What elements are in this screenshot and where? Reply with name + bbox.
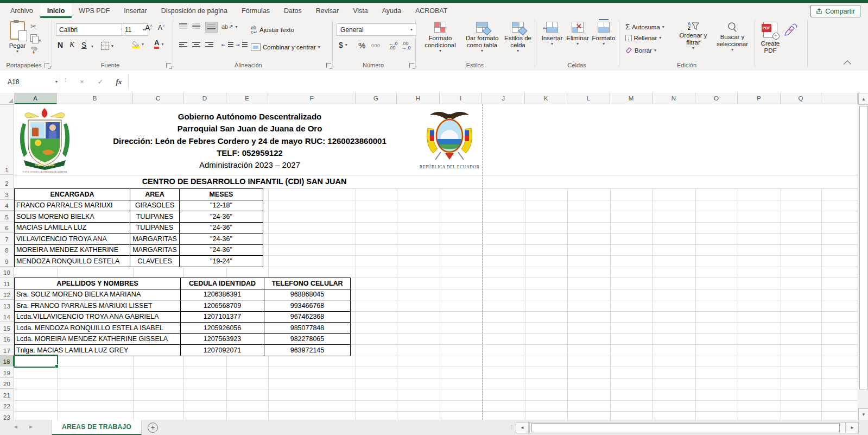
align-middle-button[interactable]	[192, 23, 200, 30]
formula-input[interactable]	[130, 75, 863, 89]
scroll-down-button[interactable]: ▼	[858, 408, 868, 420]
italic-button[interactable]: K	[69, 41, 74, 49]
table-cell[interactable]: TULIPANES	[130, 211, 180, 223]
table-cell[interactable]: MENDOZA RONQUILLO ESTELA	[15, 256, 130, 267]
row-header-20[interactable]: 20	[0, 378, 14, 389]
contact-table[interactable]: APELLIDOS Y NOMBRESCEDULA IDENTIDADTELEF…	[14, 278, 351, 356]
row-header-11[interactable]: 11	[0, 278, 14, 289]
number-dialog-launcher[interactable]	[409, 63, 414, 68]
vertical-scroll-thumb[interactable]	[859, 106, 868, 389]
table-header-cell[interactable]: APELLIDOS Y NOMBRES	[15, 278, 181, 289]
row-header-10[interactable]: 10	[0, 267, 14, 278]
percent-style-button[interactable]: %	[358, 41, 365, 50]
underline-chevron[interactable]: ▾	[91, 45, 93, 49]
copy-button[interactable]: ▾	[30, 34, 41, 43]
select-all-corner[interactable]	[0, 93, 15, 105]
cut-button[interactable]: ✂	[30, 22, 36, 30]
table-cell[interactable]: Lcda. MOREIRA MENDEZ KATHERINE GISSELA	[15, 333, 181, 345]
vertical-scrollbar[interactable]: ▲ ▼	[858, 93, 868, 420]
row-header-6[interactable]: 6	[0, 222, 14, 234]
row-header-18[interactable]: 18	[0, 356, 14, 367]
column-header-K[interactable]: K	[525, 93, 567, 104]
table-cell[interactable]: MOREIRA MENDEZ KATHERINE	[15, 244, 130, 256]
alignment-dialog-launcher[interactable]	[326, 63, 331, 68]
column-header-I[interactable]: I	[440, 93, 482, 104]
new-sheet-button[interactable]: +	[148, 423, 158, 433]
align-center-button[interactable]	[192, 42, 200, 48]
ribbon-tab-disposición-de-página[interactable]: Disposición de página	[154, 3, 235, 18]
table-cell[interactable]: 967462368	[264, 311, 351, 323]
table-header-cell[interactable]: TELEFONO CELULAR	[264, 278, 351, 289]
next-sheet-button[interactable]: ►	[28, 424, 34, 430]
table-cell[interactable]: "24-36"	[180, 222, 263, 234]
insert-function-button[interactable]: fx	[112, 75, 126, 89]
autosum-button[interactable]: Σ Autosuma ▾	[625, 23, 664, 31]
wrap-text-button[interactable]: abc↵ Ajustar texto	[251, 26, 294, 34]
comma-style-button[interactable]: 000	[371, 43, 381, 48]
table-header-cell[interactable]: CEDULA IDENTIDAD	[181, 278, 264, 289]
share-button[interactable]: Compartir	[810, 5, 860, 17]
column-header-Q[interactable]: Q	[781, 93, 821, 104]
table-cell[interactable]: 1206386391	[181, 289, 264, 300]
table-cell[interactable]: TULIPANES	[130, 222, 180, 234]
table-cell[interactable]: "24-36"	[180, 244, 263, 256]
row-header-8[interactable]: 8	[0, 244, 14, 256]
table-cell[interactable]: "19-24"	[180, 256, 263, 267]
ribbon-tab-wps-pdf[interactable]: WPS PDF	[72, 3, 117, 18]
font-size-select[interactable]: 11 ▾	[122, 23, 148, 36]
row-header-19[interactable]: 19	[0, 367, 14, 378]
merge-center-button[interactable]: Combinar y centrar ▾	[251, 43, 320, 51]
clear-button[interactable]: Borrar ▾	[625, 47, 656, 54]
delete-cells-button[interactable]: ✕ Eliminar ▾	[565, 22, 590, 46]
enter-button[interactable]: ✓	[93, 75, 107, 89]
ribbon-tab-datos[interactable]: Datos	[277, 3, 309, 18]
table-cell[interactable]: 985077848	[264, 323, 351, 334]
table-cell[interactable]: VILLAVICENCIO TROYA ANA	[15, 234, 130, 245]
cell-styles-button[interactable]: Estilos de celda ▾	[504, 22, 532, 53]
conditional-formatting-button[interactable]: Formato condicional ▾	[422, 22, 459, 53]
table-cell[interactable]: SOLIS MORENO BIELKA	[15, 211, 130, 223]
ribbon-tab-archivo[interactable]: Archivo	[3, 3, 40, 18]
row-header-9[interactable]: 9	[0, 255, 14, 267]
create-pdf-button[interactable]: PDF + Create PDF	[758, 22, 783, 54]
column-header-M[interactable]: M	[610, 93, 652, 104]
scroll-up-button[interactable]: ▲	[858, 93, 868, 105]
table-cell[interactable]: "12-18"	[180, 200, 263, 211]
table-cell[interactable]: 1206568709	[181, 300, 264, 312]
decrease-font-button[interactable]: A˅	[158, 23, 165, 31]
table-header-cell[interactable]: ENCARGADA	[15, 189, 130, 200]
column-header-partial[interactable]	[821, 93, 858, 104]
table-cell[interactable]: MARGARITAS	[130, 244, 180, 256]
underline-button[interactable]: S	[81, 41, 86, 49]
row-header-16[interactable]: 16	[0, 333, 14, 345]
column-header-L[interactable]: L	[567, 93, 610, 104]
ribbon-tab-inicio[interactable]: Inicio	[40, 3, 72, 18]
formula-bar-splitter[interactable]: ⋮	[63, 77, 68, 83]
table-cell[interactable]: FRANCO PARRALES MARIUXI	[15, 200, 130, 211]
table-cell[interactable]: "24-36"	[180, 211, 263, 223]
table-header-cell[interactable]: AREA	[130, 189, 180, 200]
name-box[interactable]: A18 ▾	[3, 75, 62, 89]
format-cells-button[interactable]: Formato ▾	[591, 22, 616, 46]
table-cell[interactable]: 993466768	[264, 300, 351, 312]
row-header-13[interactable]: 13	[0, 300, 14, 311]
table-cell[interactable]: GIRASOLES	[130, 200, 180, 211]
table-header-cell[interactable]: MESES	[180, 189, 263, 200]
column-header-P[interactable]: P	[738, 93, 781, 104]
format-painter-button[interactable]	[30, 46, 38, 55]
ribbon-tab-ayuda[interactable]: Ayuda	[375, 3, 408, 18]
increase-font-button[interactable]: A˄	[145, 23, 153, 32]
find-select-button[interactable]: Buscar y seleccionar ▾	[712, 22, 752, 52]
table-cell[interactable]: Sra. FRANCO PARRALES MARIUXI LISSET	[15, 300, 181, 312]
table-cell[interactable]: 1207563923	[181, 333, 264, 345]
table-cell[interactable]: MACIAS LAMILLA LUZ	[15, 222, 130, 234]
table-cell[interactable]: 1207101377	[181, 311, 264, 323]
row-header-1[interactable]: 1	[0, 104, 14, 175]
scrollbar-splitter[interactable]: ⋮	[509, 424, 515, 430]
table-cell[interactable]: Lcda. MENDOZA RONQUILLO ESTELA ISABEL	[15, 323, 181, 334]
clipboard-dialog-launcher[interactable]	[45, 63, 49, 68]
table-cell[interactable]: Tnlga. MACIAS LAMILLA LUZ GREY	[15, 345, 181, 356]
column-header-F[interactable]: F	[268, 93, 356, 104]
column-header-N[interactable]: N	[652, 93, 695, 104]
table-cell[interactable]: 963972145	[264, 345, 351, 356]
